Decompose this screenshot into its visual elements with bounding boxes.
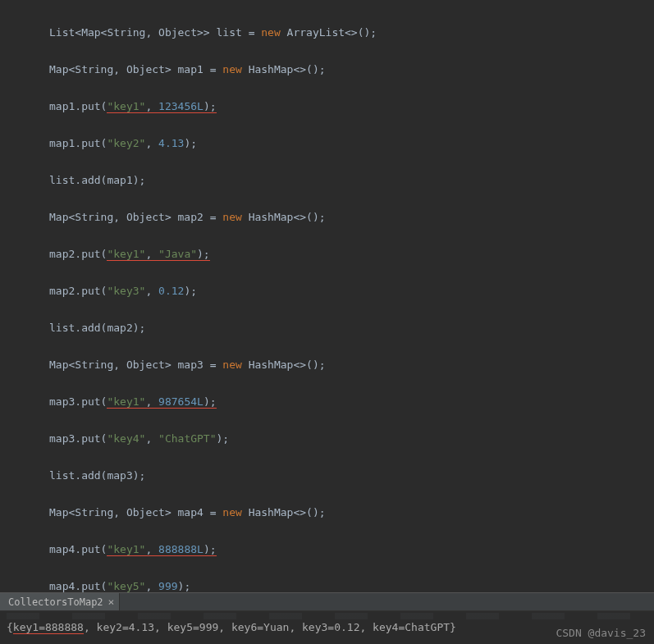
watermark: CSDN @davis_23: [556, 627, 646, 639]
code-line[interactable]: map3.put("key4", "ChatGPT");: [49, 430, 654, 449]
close-icon[interactable]: ×: [108, 596, 115, 608]
run-tab-bar: CollectorsToMap2 ×: [0, 592, 654, 611]
code-line[interactable]: Map<String, Object> map4 = new HashMap<>…: [49, 504, 654, 523]
run-tab[interactable]: CollectorsToMap2 ×: [0, 593, 120, 610]
code-line[interactable]: Map<String, Object> map3 = new HashMap<>…: [49, 356, 654, 375]
code-line[interactable]: list.add(map1);: [49, 171, 654, 190]
code-line[interactable]: map2.put("key3", 0.12);: [49, 282, 654, 301]
code-line[interactable]: Map<String, Object> map2 = new HashMap<>…: [49, 208, 654, 227]
tab-label: CollectorsToMap2: [8, 596, 103, 608]
code-line[interactable]: map1.put("key1", 123456L);: [49, 98, 654, 116]
code-line[interactable]: Map<String, Object> map1 = new HashMap<>…: [49, 61, 654, 80]
code-line[interactable]: map2.put("key1", "Java");: [49, 245, 654, 264]
code-line[interactable]: map4.put("key1", 888888L);: [49, 541, 654, 560]
code-line[interactable]: map3.put("key1", 987654L);: [49, 393, 654, 412]
console-scroll-hint: [7, 613, 647, 619]
console-highlight: key1=888888: [13, 621, 84, 634]
code-line[interactable]: map1.put("key2", 4.13);: [49, 135, 654, 153]
code-line[interactable]: list.add(map2);: [49, 319, 654, 338]
code-editor[interactable]: List<Map<String, Object>> list = new Arr…: [0, 0, 654, 644]
code-line[interactable]: List<Map<String, Object>> list = new Arr…: [49, 24, 654, 43]
code-line[interactable]: list.add(map3);: [49, 467, 654, 486]
